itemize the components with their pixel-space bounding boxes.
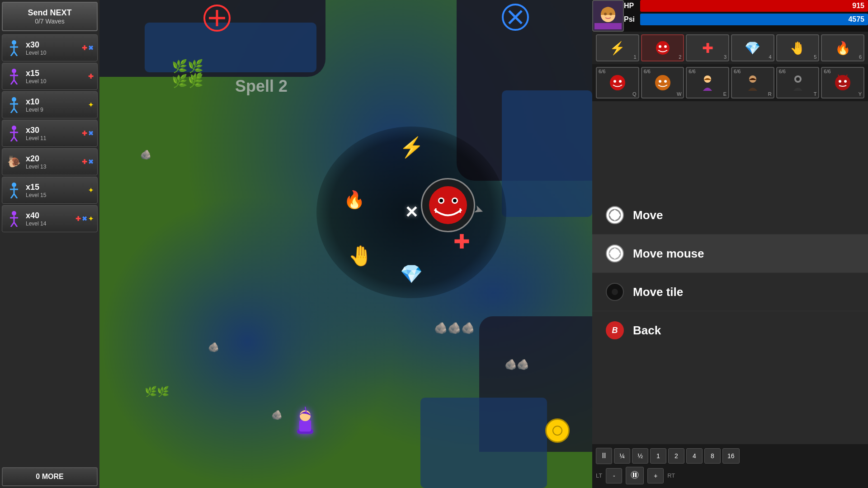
badge-blue-x: ✖ — [82, 215, 87, 222]
spell-lightning[interactable]: ⚡ — [399, 136, 424, 159]
svg-point-39 — [439, 199, 443, 202]
svg-point-81 — [614, 219, 616, 221]
spell-slot-3[interactable]: ✚ 3 — [686, 34, 729, 61]
lt-label: LT — [596, 472, 602, 479]
spell-slot-5[interactable]: 🤚 5 — [776, 34, 820, 61]
stat-bars: HP 915 Psi 4575 — [624, 0, 868, 32]
gold-sun-icon[interactable] — [545, 418, 570, 443]
svg-point-61 — [656, 41, 670, 55]
svg-point-36 — [429, 186, 467, 224]
svg-point-25 — [12, 211, 16, 216]
svg-point-89 — [609, 253, 611, 254]
unit-count: x30 — [26, 126, 80, 135]
pause-button[interactable]: II — [596, 448, 612, 464]
spell-evil-face[interactable] — [421, 178, 475, 232]
speed-8x[interactable]: 8 — [704, 448, 721, 464]
rock-cluster5: 🪨🪨 — [505, 359, 529, 371]
unit-icon-purple — [6, 68, 22, 84]
move-label: Move — [633, 208, 663, 222]
left-sidebar: Send NEXT 0/7 Waves x30 Level 10 ✚ ✖ — [0, 0, 99, 488]
minus-button[interactable]: - — [606, 468, 622, 483]
action-move-tile[interactable]: Move tile — [592, 273, 868, 311]
svg-point-75 — [839, 80, 841, 83]
char-slot-y[interactable]: 6/6 Y — [821, 67, 864, 99]
svg-point-82 — [609, 214, 611, 216]
spell-crystal[interactable]: 💎 — [400, 263, 423, 285]
spell-icon-fire: 🔥 — [835, 41, 851, 56]
spell-slot-4[interactable]: 💎 4 — [731, 34, 774, 61]
svg-point-86 — [614, 253, 616, 254]
char-slot-q[interactable]: 6/6 Q — [596, 67, 639, 99]
svg-point-62 — [659, 45, 661, 48]
speed-1x[interactable]: 1 — [650, 448, 666, 464]
pause-icon-btn[interactable] — [626, 467, 644, 484]
spell-hand[interactable]: 🤚 — [348, 244, 373, 267]
svg-point-73 — [796, 77, 800, 81]
rock-cluster3: 🪨 — [271, 409, 283, 420]
more-button[interactable]: 0 MORE — [2, 467, 98, 486]
char-count: 6/6 — [779, 69, 786, 74]
unit-level: Level 10 — [26, 50, 80, 56]
svg-line-49 — [551, 424, 552, 426]
list-item[interactable]: x30 Level 10 ✚ ✖ — [2, 34, 98, 61]
spell-fire[interactable]: 🔥 — [344, 190, 365, 210]
unit-count: x15 — [26, 69, 86, 78]
close-button[interactable] — [502, 4, 529, 36]
svg-rect-60 — [594, 23, 622, 29]
speed-2x[interactable]: 2 — [668, 448, 684, 464]
list-item[interactable]: 🐌 x20 Level 13 ✚ ✖ — [2, 148, 98, 175]
plus-button[interactable]: + — [647, 468, 664, 483]
svg-line-50 — [562, 436, 564, 437]
char-slot-t[interactable]: 6/6 T — [776, 67, 820, 99]
spell-slot-6[interactable]: 🔥 6 — [821, 34, 864, 61]
list-item[interactable]: x15 Level 10 ✚ — [2, 63, 98, 90]
hp-label: HP — [624, 2, 637, 10]
add-button[interactable] — [203, 5, 231, 37]
spell-heal[interactable]: ✚ — [453, 230, 470, 253]
psi-bar: 4575 — [640, 14, 868, 25]
unit-badges: ✚ ✖ ✦ — [75, 215, 94, 222]
svg-point-10 — [12, 97, 16, 102]
action-move-mouse[interactable]: Move mouse — [592, 235, 868, 273]
game-map[interactable]: 🌿🌿🌿🌿 🌿 🌿🌿 🪨 🪨 🪨 🪨🪨🪨 🪨🪨 Spell 2 ✕ ⚡ 🔥 — [99, 0, 592, 488]
action-back[interactable]: B Back — [592, 311, 868, 349]
char-key: T — [814, 91, 817, 97]
spell-slot-2[interactable]: 2 — [641, 34, 684, 61]
stats-header: HP 915 Psi 4575 — [592, 0, 868, 32]
spell-slot-num: 5 — [814, 54, 816, 60]
unit-level: Level 13 — [26, 164, 80, 170]
char-key: Y — [859, 91, 862, 97]
list-item[interactable]: x10 Level 9 ✦ — [2, 91, 98, 118]
speed-4x[interactable]: 4 — [686, 448, 703, 464]
svg-point-87 — [614, 248, 616, 250]
list-item[interactable]: x15 Level 15 ✦ — [2, 177, 98, 204]
list-item[interactable]: x40 Level 14 ✚ ✖ ✦ — [2, 205, 98, 232]
waves-count: 0/7 Waves — [6, 18, 93, 25]
char-slot-r[interactable]: 6/6 R — [731, 67, 774, 99]
speed-quarter[interactable]: ¼ — [614, 448, 630, 464]
spell-slot-1[interactable]: ⚡ 1 — [596, 34, 639, 61]
badge-blue-x: ✖ — [88, 44, 94, 52]
radial-center[interactable]: ✕ — [405, 203, 418, 222]
speed-half[interactable]: ½ — [632, 448, 648, 464]
char-slot-w[interactable]: 6/6 W — [641, 67, 684, 99]
unit-list: x30 Level 10 ✚ ✖ x15 Level 10 — [0, 33, 99, 465]
char-count: 6/6 — [644, 69, 651, 74]
unit-icon-blue — [6, 97, 22, 113]
svg-line-9 — [14, 80, 17, 84]
unit-badges: ✚ ✖ — [82, 130, 94, 137]
unit-count: x40 — [26, 211, 74, 221]
character-slots: 6/6 Q 6/6 W 6/6 — [592, 64, 868, 101]
radial-menu[interactable]: ✕ ⚡ 🔥 🤚 💎 ✚ ➤ — [316, 127, 506, 298]
svg-point-67 — [655, 75, 670, 90]
svg-point-20 — [12, 183, 16, 187]
spell-slot-num: 3 — [724, 54, 726, 60]
back-label: Back — [633, 324, 661, 338]
action-move[interactable]: Move — [592, 196, 868, 235]
speed-16x[interactable]: 16 — [722, 448, 740, 464]
move-icon — [606, 206, 624, 224]
list-item[interactable]: x30 Level 11 ✚ ✖ — [2, 120, 98, 147]
spell-icon-lightning: ⚡ — [609, 41, 625, 56]
char-slot-e[interactable]: 6/6 E — [686, 67, 729, 99]
send-next-button[interactable]: Send NEXT 0/7 Waves — [2, 2, 98, 31]
